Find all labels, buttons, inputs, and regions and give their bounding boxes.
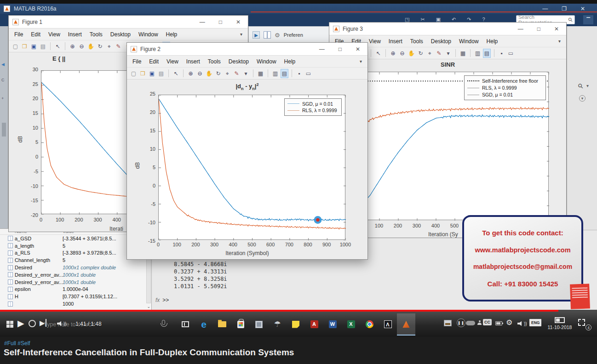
toolstrip-collapse-icon[interactable]: ▔ bbox=[583, 15, 593, 24]
table-row[interactable]: Desired_y_error_av...1000x1 double bbox=[0, 279, 151, 286]
menu-file[interactable]: File bbox=[14, 31, 23, 38]
close-icon[interactable]: ✕ bbox=[356, 46, 360, 52]
link-plots-icon[interactable]: ▦ bbox=[257, 69, 264, 78]
print-icon[interactable]: ▤ bbox=[39, 42, 47, 51]
menu-insert[interactable]: Insert bbox=[68, 31, 82, 38]
menu-edit[interactable]: Edit bbox=[149, 58, 159, 65]
back-arrow-icon[interactable]: ◀ bbox=[1, 62, 5, 67]
table-row[interactable]: 1000 bbox=[0, 300, 151, 307]
closed-captions-icon[interactable]: CC bbox=[483, 319, 492, 325]
minimize-icon[interactable]: — bbox=[542, 6, 548, 12]
insert-legend-icon[interactable]: ▤ bbox=[281, 69, 288, 78]
circle-chevron-icon[interactable]: ▾ bbox=[579, 95, 586, 102]
menu-view[interactable]: View bbox=[369, 38, 381, 45]
pan-icon[interactable]: ✋ bbox=[87, 42, 95, 51]
show-plot-tools-icon[interactable]: ▭ bbox=[507, 49, 515, 58]
data-cursor-icon[interactable]: ⌖ bbox=[105, 42, 113, 51]
brush-icon[interactable]: ✎ bbox=[115, 42, 122, 51]
dock-arrow-icon[interactable]: ▾ bbox=[240, 32, 242, 37]
open-file-icon[interactable]: ❒ bbox=[21, 42, 29, 51]
brush-icon[interactable]: ✎ bbox=[233, 69, 241, 78]
menu-tools[interactable]: Tools bbox=[208, 58, 221, 65]
menu-window[interactable]: Window bbox=[459, 38, 479, 45]
toggle-pill[interactable] bbox=[466, 321, 475, 325]
menu-tools[interactable]: Tools bbox=[90, 31, 103, 38]
zoom-out-icon[interactable]: ⊖ bbox=[398, 49, 406, 58]
menu-window[interactable]: Window bbox=[138, 31, 158, 38]
figure1-titlebar[interactable]: Figure 1 — □ ✕ bbox=[9, 16, 248, 28]
store-icon[interactable] bbox=[231, 313, 250, 336]
minimize-icon[interactable]: — bbox=[319, 46, 325, 52]
dropdown-icon[interactable]: ▾ bbox=[444, 49, 452, 58]
menu-view[interactable]: View bbox=[166, 58, 178, 65]
save-icon[interactable]: ▣ bbox=[148, 69, 156, 78]
data-cursor-icon[interactable]: ⌖ bbox=[224, 69, 231, 78]
layout-grid-icon[interactable] bbox=[264, 31, 271, 39]
rotate-3d-icon[interactable]: ↻ bbox=[417, 49, 425, 58]
maximize-icon[interactable]: □ bbox=[339, 46, 342, 52]
file-explorer-icon[interactable] bbox=[213, 313, 231, 336]
zoom-out-icon[interactable]: ⊖ bbox=[78, 42, 86, 51]
menu-file[interactable]: File bbox=[132, 58, 141, 65]
chrome-icon[interactable] bbox=[360, 313, 379, 336]
umbrella-app-icon[interactable]: ☂ bbox=[268, 313, 287, 336]
plot-legend[interactable]: SGD, μ = 0.01RLS, λ = 0.9999 bbox=[284, 98, 342, 116]
run-icon[interactable]: ▶ bbox=[253, 31, 260, 39]
dock-arrow-icon[interactable]: ▾ bbox=[558, 39, 561, 44]
brush-icon[interactable]: ✎ bbox=[435, 49, 443, 58]
task-view-icon[interactable] bbox=[176, 313, 195, 336]
lambda-app-icon[interactable]: Λ bbox=[379, 313, 397, 336]
rotate-3d-icon[interactable]: ↻ bbox=[214, 69, 222, 78]
rotate-3d-icon[interactable]: ↻ bbox=[96, 42, 104, 51]
zoom-in-icon[interactable]: ⊕ bbox=[187, 69, 195, 78]
menu-desktop[interactable]: Desktop bbox=[431, 38, 451, 45]
pause-icon[interactable]: ❚❚ bbox=[457, 318, 465, 327]
expand-icon[interactable]: + bbox=[1, 96, 4, 101]
close-icon[interactable]: ✕ bbox=[236, 19, 241, 25]
zoom-out-icon[interactable]: ⊖ bbox=[196, 69, 204, 78]
maximize-icon[interactable]: □ bbox=[219, 19, 222, 25]
plot-axes[interactable] bbox=[158, 95, 345, 240]
preferences-gear-icon[interactable]: ⚙ bbox=[275, 32, 280, 39]
microphone-icon[interactable] bbox=[162, 320, 165, 325]
minimize-icon[interactable]: — bbox=[518, 26, 523, 32]
table-row[interactable]: Desired_y_error_av...1000x1 double bbox=[0, 271, 151, 279]
insert-legend-icon[interactable]: ▤ bbox=[483, 49, 491, 58]
menu-window[interactable]: Window bbox=[257, 58, 276, 65]
show-plot-tools-icon[interactable]: ▭ bbox=[304, 69, 312, 78]
plot-legend[interactable]: Self-Interference free floorRLS, λ = 0.9… bbox=[464, 75, 546, 100]
insert-colorbar-icon[interactable]: ▥ bbox=[271, 69, 279, 78]
chevron-down-icon[interactable]: ▾ bbox=[586, 83, 589, 88]
photos-icon[interactable] bbox=[250, 313, 268, 336]
hide-plot-tools-icon[interactable]: ▪ bbox=[295, 69, 303, 78]
cursor-icon[interactable]: ↖ bbox=[54, 42, 62, 51]
matlab-taskbar-icon[interactable] bbox=[397, 313, 415, 336]
menu-help[interactable]: Help bbox=[166, 31, 178, 38]
data-cursor-icon[interactable]: ⌖ bbox=[426, 49, 434, 58]
restore-icon[interactable]: ❐ bbox=[562, 6, 567, 12]
pan-icon[interactable]: ✋ bbox=[205, 69, 213, 78]
speaker-icon[interactable]: )) bbox=[517, 321, 527, 326]
excel-icon[interactable]: X bbox=[342, 313, 360, 336]
keyboard-layout-badge[interactable]: ENG bbox=[529, 319, 541, 326]
menu-desktop[interactable]: Desktop bbox=[229, 58, 249, 65]
start-button[interactable] bbox=[6, 321, 13, 328]
search-icon[interactable]: ⚲ bbox=[576, 82, 585, 91]
volume-icon[interactable]: )) bbox=[57, 321, 67, 326]
dropdown-icon[interactable]: ▾ bbox=[242, 69, 250, 78]
zoom-in-icon[interactable]: ⊕ bbox=[69, 42, 76, 51]
figure2-titlebar[interactable]: Figure 2 — □ ✕ bbox=[127, 43, 367, 56]
clock-area[interactable]: 11-10-2018 bbox=[546, 317, 574, 330]
theater-mode-icon[interactable] bbox=[555, 317, 565, 323]
menu-desktop[interactable]: Desktop bbox=[110, 31, 131, 38]
hide-plot-tools-icon[interactable]: ▪ bbox=[498, 49, 505, 58]
mini-player-icon[interactable] bbox=[444, 320, 452, 326]
menu-insert[interactable]: Insert bbox=[389, 38, 402, 45]
menu-view[interactable]: View bbox=[48, 31, 60, 38]
table-row[interactable]: Desired1000x1 complex double bbox=[0, 264, 151, 271]
command-prompt[interactable]: fx>> bbox=[155, 297, 169, 303]
scroll-down-icon[interactable]: ⌄ bbox=[147, 304, 150, 309]
save-icon[interactable]: ▣ bbox=[30, 42, 38, 51]
table-row[interactable]: epsilon1.0000e-04 bbox=[0, 286, 151, 293]
edge-icon[interactable]: e bbox=[195, 313, 213, 336]
